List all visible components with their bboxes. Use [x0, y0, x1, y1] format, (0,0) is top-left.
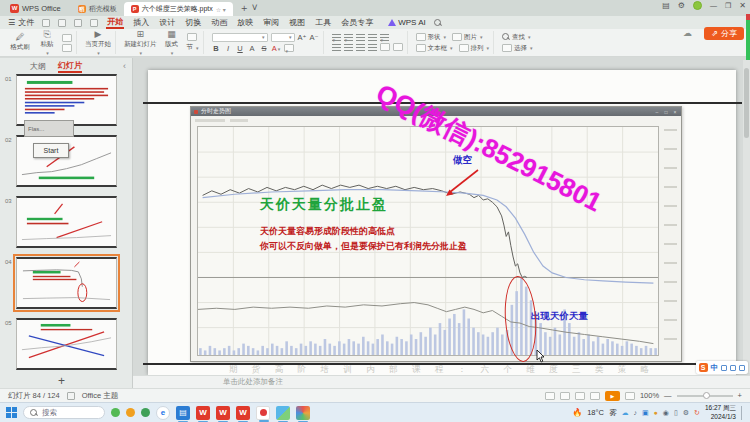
avatar[interactable] [693, 1, 702, 10]
wps-app-icon-3[interactable]: W [236, 406, 250, 420]
slide-sorter-icon[interactable] [575, 392, 585, 400]
photos-app-icon[interactable] [276, 406, 290, 420]
number-list-button[interactable] [344, 34, 353, 41]
comment-view-icon[interactable] [545, 392, 555, 400]
slide-thumb-item-3[interactable]: 03 [0, 196, 132, 248]
decrease-font-icon[interactable]: A⁻ [310, 33, 319, 42]
ime-toolbar[interactable]: S 中 [696, 361, 749, 374]
huge-volume-label[interactable]: 出现天价天量 [531, 310, 588, 323]
bullet-list-button[interactable] [332, 34, 341, 41]
share-button[interactable]: ⇗ 分享 [704, 27, 744, 40]
italic-button[interactable]: I [224, 44, 233, 53]
undo-icon[interactable] [74, 19, 82, 27]
slideshow-play-button[interactable]: ▶ [605, 391, 620, 401]
collapse-panel-icon[interactable]: ‹ [123, 61, 126, 71]
clock[interactable]: 16:27 周三 2024/1/3 [705, 404, 736, 420]
cut-icon[interactable] [62, 34, 72, 42]
menu-item-transition[interactable]: 切换 [184, 17, 202, 28]
print-icon[interactable] [58, 19, 66, 27]
indent-decrease-button[interactable] [356, 34, 365, 41]
indent-increase-button[interactable] [368, 34, 377, 41]
zoom-slider[interactable] [677, 395, 733, 397]
align-right-button[interactable] [356, 44, 365, 51]
format-painter-button[interactable]: 🖉 格式刷 [8, 33, 32, 52]
menu-item-insert[interactable]: 插入 [132, 17, 150, 28]
canvas-scrollbar[interactable] [743, 60, 750, 373]
reading-view-icon[interactable] [590, 392, 600, 400]
ime-pen-icon[interactable] [721, 365, 727, 371]
zoom-out-button[interactable]: — [664, 391, 672, 400]
slide-thumbnail-current[interactable] [16, 257, 117, 309]
menu-item-slideshow[interactable]: 放映 [236, 17, 254, 28]
flash-start-button[interactable]: Start [33, 143, 69, 158]
docs-app-icon[interactable]: ▤ [176, 406, 190, 420]
tray-volume-icon[interactable]: ◉ [663, 409, 669, 417]
widget-sun-icon[interactable] [126, 408, 135, 417]
menu-item-view[interactable]: 视图 [288, 17, 306, 28]
slide-thumbnail[interactable] [16, 196, 117, 248]
menu-item-home[interactable]: 开始 [106, 16, 124, 29]
widget-icon-1[interactable] [111, 408, 120, 417]
slide-canvas[interactable]: 分时走势图 – □ × QQ(微信 [148, 70, 736, 375]
ime-keyboard-icon[interactable] [739, 365, 745, 371]
new-tab-button[interactable]: ＋ ˅ [233, 1, 264, 15]
ime-mode-indicator[interactable]: 中 [711, 363, 719, 373]
normal-view-icon[interactable] [560, 392, 570, 400]
tray-phone-icon[interactable]: ▯ [674, 409, 678, 417]
file-menu-button[interactable]: ☰ 文件 [8, 17, 34, 28]
strike-button[interactable]: S [260, 44, 269, 53]
tray-app-icon-1[interactable]: ▣ [642, 409, 649, 417]
weather-word[interactable]: 雾 [609, 408, 617, 418]
bold-button[interactable]: B [212, 44, 221, 53]
play-from-current-button[interactable]: ▶ 当页开始 [85, 30, 111, 56]
arrange-button[interactable]: 排列 [459, 44, 490, 53]
align-center-button[interactable] [344, 44, 353, 51]
copy-icon[interactable] [62, 44, 72, 52]
tray-cloud-icon[interactable]: ☁ [621, 409, 628, 417]
pin-tab-icon[interactable]: ☆ ▾ [216, 6, 226, 13]
font-color-button[interactable]: A [272, 44, 281, 53]
tray-mic-icon[interactable]: ♪ [633, 409, 637, 416]
tab-docer-template[interactable]: 稻 稻壳模板 [71, 2, 124, 16]
fullscreen-icon[interactable] [625, 392, 635, 400]
colorful-app-icon[interactable] [296, 406, 310, 420]
save-icon[interactable] [42, 19, 50, 27]
slide-thumb-item-5[interactable]: 05 [0, 318, 132, 370]
slide-layout-button[interactable]: ▦ 版式 [160, 30, 184, 56]
wps-app-icon-2[interactable]: W [216, 406, 230, 420]
layout-switch-icon[interactable] [662, 1, 670, 10]
maximize-button[interactable] [725, 1, 731, 10]
align-left-button[interactable] [332, 44, 341, 51]
search-icon[interactable] [434, 19, 442, 27]
scrollbar-thumb[interactable] [744, 68, 749, 138]
editing-canvas[interactable]: 分时走势图 – □ × QQ(微信 [133, 58, 750, 375]
slide-thumb-item-1[interactable]: 01 [0, 74, 132, 126]
align-justify-button[interactable] [368, 44, 377, 51]
tab-document[interactable]: P 六个维度三类策略.pptx ☆ ▾ [124, 2, 233, 16]
underline-button[interactable]: U [236, 44, 245, 53]
tab-slides[interactable]: 幻灯片 [58, 60, 82, 73]
new-slide-button[interactable]: ⊞ 新建幻灯片 [124, 30, 157, 56]
start-button[interactable] [6, 407, 17, 418]
zoom-level[interactable]: 100% [640, 391, 659, 400]
menu-item-review[interactable]: 审阅 [262, 17, 280, 28]
temperature[interactable]: 18°C [587, 408, 604, 417]
shapes-button[interactable]: 形状 [416, 33, 447, 42]
slide-thumb-item-4-selected[interactable]: 04 [0, 257, 132, 309]
textbox-button[interactable]: 文本框 [416, 44, 453, 53]
taskbar-search[interactable]: 搜索 [23, 406, 105, 419]
slide-thumbnail[interactable] [16, 74, 117, 126]
widget-icon-2[interactable] [141, 408, 150, 417]
shadow-button[interactable]: A [248, 44, 257, 53]
increase-font-icon[interactable]: A⁺ [298, 33, 307, 42]
line-spacing-button[interactable] [380, 34, 389, 41]
menu-item-member[interactable]: 会员专享 [340, 17, 374, 28]
sogou-logo-icon[interactable]: S [699, 363, 708, 372]
tray-sync-icon[interactable]: ↻ [694, 409, 700, 417]
font-family-select[interactable] [212, 33, 268, 42]
hot-news-icon[interactable]: 🔥 [572, 408, 582, 417]
find-button[interactable]: 查找 [502, 33, 533, 42]
minimize-button[interactable] [710, 1, 717, 10]
settings-icon[interactable] [678, 1, 685, 10]
tray-app-icon-2[interactable]: ● [654, 409, 658, 416]
